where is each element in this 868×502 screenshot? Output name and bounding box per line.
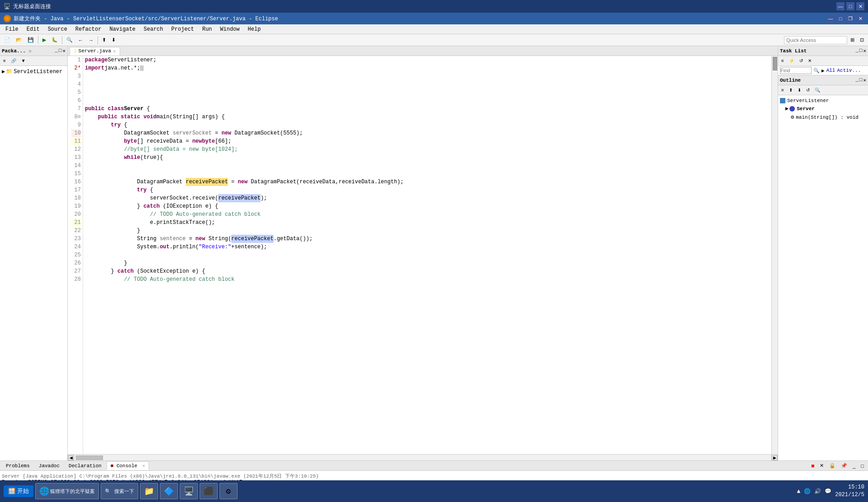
scrollbar-thumb[interactable] [773, 57, 777, 70]
taskbar-item-search[interactable]: 🔍 搜索一下 [101, 483, 138, 499]
tab-console-close-icon[interactable]: ✕ [142, 463, 145, 469]
console-stop-button[interactable]: ■ [809, 461, 817, 470]
editor-content[interactable]: 1 2* 3 4 5 6 7 8⊙ 9 10 11 12 13 14 15 16… [68, 56, 778, 454]
taskbar-item-settings[interactable]: ⚙️ [219, 483, 238, 499]
console-scroll-lock-button[interactable]: 🔒 [827, 461, 838, 470]
task-list-close-icon[interactable]: ✕ [863, 48, 866, 54]
console-minimize-button[interactable]: _ [850, 461, 858, 470]
scroll-right-button[interactable]: ▶ [771, 455, 778, 460]
taskbar-item-cmd[interactable]: 🖥️ [180, 483, 198, 499]
console-maximize-button[interactable]: □ [859, 461, 866, 470]
line-num-17: 17 [71, 186, 81, 194]
pkg-root-item[interactable]: ▶ 📁 ServletListener [2, 68, 65, 75]
task-list-activ-text[interactable]: Activ... [837, 68, 861, 73]
toolbar-new-button[interactable]: 📄 [2, 36, 13, 44]
eclipse-restore-button[interactable]: ❐ [846, 14, 854, 23]
editor-tab-server-java[interactable]: J Server.java ✕ [70, 47, 120, 56]
toolbar-forward-button[interactable]: → [86, 36, 96, 44]
toolbar-prev-edit-button[interactable]: ⬆ [100, 36, 108, 44]
console-toolbar: ■ ✕ 🔒 📌 _ □ [809, 461, 866, 470]
maximize-panel-icon[interactable]: □ [59, 48, 62, 54]
outline-item-main[interactable]: ⚙ main(String[]) : void [791, 113, 866, 121]
outline-item-package[interactable]: ServerListener [780, 97, 866, 104]
close-panel-icon[interactable]: ✕ [62, 48, 65, 54]
window-close-button[interactable]: ✕ [856, 2, 864, 10]
toolbar-save-button[interactable]: 💾 [25, 36, 36, 44]
start-button[interactable]: 🪟 开始 [4, 485, 33, 497]
menu-file[interactable]: File [2, 25, 22, 33]
pkg-menu-button[interactable]: ▼ [19, 57, 28, 65]
tab-javadoc[interactable]: Javadoc [35, 462, 64, 470]
outline-close-icon[interactable]: ✕ [863, 77, 866, 83]
editor-horizontal-scrollbar[interactable]: ◀ ▶ [68, 454, 778, 460]
h-scrollbar-thumb[interactable] [76, 456, 103, 460]
outline-item-server[interactable]: ▶ Server [785, 104, 866, 113]
task-list-maximize-icon[interactable]: □ [859, 48, 863, 54]
outline-toolbar-btn-1[interactable]: ≡ [779, 86, 786, 94]
menu-navigate[interactable]: Navigate [106, 25, 139, 33]
outline-toolbar-btn-2[interactable]: ⬆ [787, 86, 795, 94]
toolbar-views-button[interactable]: ⊡ [858, 36, 866, 44]
outline-toolbar-btn-3[interactable]: ⬇ [795, 86, 803, 94]
toolbar-perspective-button[interactable]: ⊞ [848, 36, 857, 44]
toolbar-search-button[interactable]: 🔍 [64, 36, 75, 44]
window-minimize-button[interactable]: — [836, 2, 845, 10]
window-maximize-button[interactable]: □ [846, 2, 854, 10]
toolbar-run-button[interactable]: ▶ [40, 36, 48, 44]
line-numbers: 1 2* 3 4 5 6 7 8⊙ 9 10 11 12 13 14 15 16… [68, 56, 83, 454]
line-num-24: 24 [71, 243, 81, 251]
line-num-20: 20 [71, 210, 81, 218]
menu-help[interactable]: Help [244, 25, 265, 33]
eclipse-window-controls: — □ ❐ ✕ [826, 14, 864, 23]
menu-refactor[interactable]: Refactor [72, 25, 105, 33]
menu-window[interactable]: Window [216, 25, 243, 33]
outline-toolbar-btn-4[interactable]: ↺ [804, 86, 812, 94]
task-list-minimize-icon[interactable]: _ [855, 48, 859, 54]
task-list-all-label[interactable]: ▶ [821, 68, 825, 74]
pkg-link-button[interactable]: 🔗 [9, 57, 19, 65]
task-list-toolbar-btn-3[interactable]: ↺ [797, 57, 805, 65]
scroll-left-button[interactable]: ◀ [68, 455, 74, 460]
taskbar-item-browser[interactable]: 🌐 狐狸塔下的北平疑案 [35, 483, 99, 499]
outline-minimize-icon[interactable]: _ [855, 77, 859, 83]
menu-run[interactable]: Run [199, 25, 216, 33]
code-line-10: DatagramSocket serverSocket = new Datagr… [85, 129, 770, 137]
eclipse-max-button[interactable]: □ [836, 14, 845, 23]
menu-edit[interactable]: Edit [23, 25, 43, 33]
outline-package-label: ServerListener [787, 98, 829, 103]
tab-console[interactable]: ■ Console ✕ [107, 461, 149, 470]
console-pin-button[interactable]: 📌 [839, 461, 849, 470]
task-list-all-text[interactable]: All [826, 68, 835, 73]
tab-declaration[interactable]: Declaration [65, 462, 106, 470]
console-clear-button[interactable]: ✕ [817, 461, 826, 470]
tab-problems-label: Problems [6, 463, 30, 469]
menu-project[interactable]: Project [168, 25, 197, 33]
eclipse-min-button[interactable]: — [826, 14, 835, 23]
task-list-toolbar-btn-4[interactable]: ✕ [806, 57, 814, 65]
minimize-panel-icon[interactable]: _ [55, 48, 58, 54]
tray-expand-icon[interactable]: ▲ [797, 488, 800, 495]
taskbar-item-powershell[interactable]: 🔷 [160, 483, 178, 499]
toolbar-debug-button[interactable]: 🐛 [49, 36, 60, 44]
pkg-collapse-button[interactable]: ≡ [1, 57, 8, 65]
taskbar-item-terminal[interactable]: ⬛ [200, 483, 218, 499]
editor-vertical-scrollbar[interactable] [771, 56, 778, 454]
tab-problems[interactable]: Problems [2, 462, 34, 470]
taskbar-item-folder[interactable]: 📁 [140, 483, 158, 499]
package-tree: ▶ 📁 ServletListener [0, 66, 67, 77]
toolbar-back-button[interactable]: ← [76, 36, 85, 44]
menu-search[interactable]: Search [140, 25, 167, 33]
quick-access-input[interactable] [784, 36, 847, 44]
task-list-find-input[interactable] [780, 67, 812, 74]
task-list-toolbar-btn-2[interactable]: ⚡ [787, 57, 797, 65]
outline-maximize-icon[interactable]: □ [859, 77, 863, 83]
code-line-23: String sentence = new String(receivePack… [85, 235, 770, 243]
eclipse-close-button[interactable]: ✕ [856, 14, 864, 23]
task-list-toolbar-btn-1[interactable]: ≡ [779, 57, 786, 65]
toolbar-open-button[interactable]: 📂 [14, 36, 24, 44]
taskbar: 🪟 开始 🌐 狐狸塔下的北平疑案 🔍 搜索一下 📁 🔷 🖥️ ⬛ ⚙️ ▲ 🌐 … [0, 480, 868, 502]
toolbar-next-edit-button[interactable]: ⬇ [109, 36, 118, 44]
menu-source[interactable]: Source [44, 25, 71, 33]
code-editor[interactable]: package ServerListener; import java.net.… [83, 56, 771, 454]
outline-toolbar-btn-5[interactable]: 🔍 [812, 86, 822, 94]
